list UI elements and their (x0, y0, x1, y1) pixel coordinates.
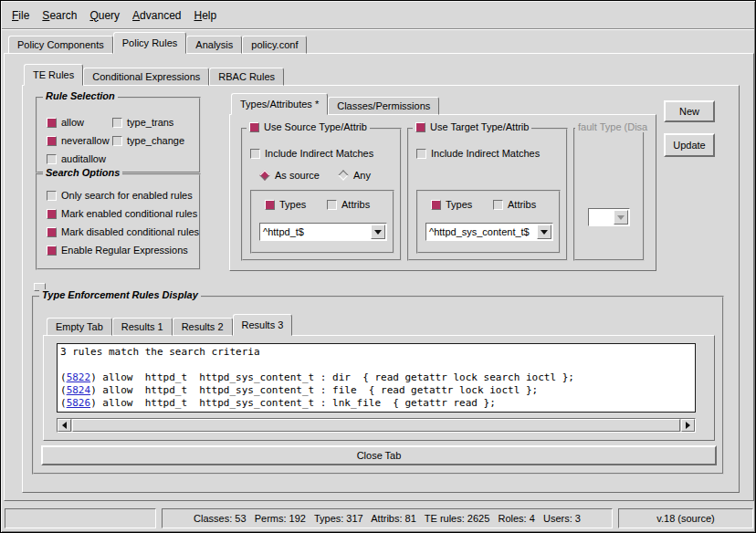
source-types-attribs-frame: Types Attribs ^httpd_t$ (250, 190, 394, 254)
checkbox-auditallow[interactable]: auditallow (47, 152, 106, 166)
rule-selection-title: Rule Selection (43, 90, 118, 101)
use-target-type-checkbox[interactable]: Use Target Type/Attrib (413, 121, 531, 132)
rule-link-5824[interactable]: 5824 (67, 384, 91, 396)
menu-query[interactable]: Query (83, 6, 126, 25)
tab-empty[interactable]: Empty Tab (47, 318, 112, 336)
menu-query-rest: uery (99, 9, 120, 22)
checkbox-neverallow[interactable]: neverallow (47, 133, 110, 148)
update-button[interactable]: Update (664, 133, 715, 157)
as-source-radio-indicator (259, 170, 269, 180)
scroll-right-button[interactable] (681, 419, 695, 432)
menu-help-rest: elp (202, 9, 216, 22)
menu-advanced-mnemonic: A (132, 9, 140, 22)
tab-te-rules[interactable]: TE Rules (24, 64, 83, 86)
scrollbar-thumb[interactable] (72, 419, 680, 432)
search-options-frame: Search Options Only search for enabled r… (36, 173, 201, 270)
checkbox-type-trans[interactable]: type_trans (112, 115, 173, 130)
radio-as-source[interactable]: As source (261, 168, 320, 183)
source-attribs-label: Attribs (341, 199, 370, 210)
type-trans-label: type_trans (127, 117, 173, 128)
rule-text-2: ) allow httpd_t httpd_sys_content_t : fi… (90, 384, 538, 396)
source-type-frame: Use Source Type/Attrib Include Indirect … (241, 128, 402, 261)
chevron-down-icon (617, 215, 625, 220)
default-type-title: fault Type (Disa (575, 121, 650, 132)
results-summary: 3 rules match the search criteria (60, 346, 692, 359)
results-text[interactable]: 3 rules match the search criteria (5822)… (57, 343, 696, 413)
arrow-right-icon (686, 422, 690, 429)
use-target-checkbox-indicator (415, 122, 425, 132)
source-attribs-checkbox-indicator (327, 200, 337, 210)
target-type-combobox-value[interactable]: ^httpd_sys_content_t$ (426, 226, 537, 237)
target-indirect-checkbox-indicator (416, 149, 426, 159)
checkbox-target-attribs[interactable]: Attribs (493, 197, 536, 212)
checkbox-source-types[interactable]: Types (265, 197, 306, 212)
tab-types-attributes[interactable]: Types/Attributes * (231, 93, 328, 115)
checkbox-mark-enabled-conditional[interactable]: Mark enabled conditional rules (47, 206, 197, 221)
chevron-down-icon (374, 230, 382, 235)
menu-file-rest: ile (18, 9, 29, 22)
menu-query-mnemonic: Q (89, 9, 98, 22)
menu-advanced-rest: dvanced (140, 9, 181, 22)
target-combo-dropdown-button[interactable] (537, 225, 551, 239)
source-type-combobox-value[interactable]: ^httpd_t$ (260, 226, 371, 237)
checkbox-source-attribs[interactable]: Attribs (327, 197, 370, 212)
checkbox-mark-disabled-conditional[interactable]: Mark disabled conditional rules (47, 225, 199, 239)
tab-results-1[interactable]: Results 1 (112, 318, 173, 336)
target-type-combobox: ^httpd_sys_content_t$ (425, 223, 553, 241)
menu-search[interactable]: Search (36, 6, 83, 25)
neverallow-checkbox-indicator (47, 136, 57, 146)
types-attributes-body: Use Source Type/Attrib Include Indirect … (229, 114, 656, 271)
tab-conditional-expressions[interactable]: Conditional Expressions (83, 68, 209, 86)
sub-notebook-body: Rule Selection allow type_trans neverall… (22, 85, 740, 493)
rule-link-5822[interactable]: 5822 (67, 371, 91, 383)
results-notebook-body: 3 rules match the search criteria (5822)… (43, 335, 715, 441)
tab-policy-rules[interactable]: Policy Rules (113, 32, 187, 54)
tab-analysis[interactable]: Analysis (186, 36, 242, 54)
menu-search-rest: earch (49, 9, 77, 22)
scroll-left-button[interactable] (58, 419, 71, 432)
rule-text-3: ) allow httpd_t httpd_sys_content_t : ln… (90, 397, 496, 409)
checkbox-source-indirect[interactable]: Include Indirect Matches (250, 146, 373, 161)
menu-advanced[interactable]: Advanced (126, 6, 187, 25)
type-trans-checkbox-indicator (112, 118, 122, 128)
default-type-frame: fault Type (Disa (573, 128, 645, 261)
menu-help[interactable]: Help (187, 6, 223, 25)
tab-classes-permissions[interactable]: Classes/Permissions (328, 97, 439, 115)
app-window: File Search Query Advanced Help Policy C… (0, 0, 756, 533)
status-panel-stats: Classes: 53 Perms: 192 Types: 317 Attrib… (162, 508, 613, 528)
radio-any[interactable]: Any (340, 168, 371, 183)
checkbox-enabled-rules-only[interactable]: Only search for enabled rules (47, 188, 193, 203)
target-attribs-checkbox-indicator (493, 200, 503, 210)
new-button[interactable]: New (664, 100, 715, 122)
checkbox-type-change[interactable]: type_change (112, 133, 184, 148)
as-source-label: As source (275, 170, 320, 181)
checkbox-allow[interactable]: allow (47, 115, 84, 130)
source-indirect-label: Include Indirect Matches (265, 148, 373, 159)
tab-policy-conf[interactable]: policy.conf (242, 36, 307, 54)
rule-link-5826[interactable]: 5826 (67, 397, 91, 409)
tab-results-2[interactable]: Results 2 (173, 318, 233, 336)
blank-line (60, 359, 692, 371)
use-source-label: Use Source Type/Attrib (264, 121, 367, 132)
checkbox-enable-regex[interactable]: Enable Regular Expressions (47, 243, 188, 257)
any-label: Any (353, 170, 371, 181)
tab-rbac-rules[interactable]: RBAC Rules (209, 68, 284, 86)
close-tab-button[interactable]: Close Tab (41, 445, 717, 465)
horizontal-scrollbar[interactable] (57, 418, 696, 433)
rule-prefix: ( (60, 397, 67, 409)
status-stats-text: Classes: 53 Perms: 192 Types: 317 Attrib… (194, 513, 581, 524)
main-tabs: Policy Components Policy Rules Analysis … (8, 32, 307, 54)
menu-separator (2, 28, 754, 30)
mark-disabled-conditional-checkbox-indicator (47, 227, 57, 237)
use-target-label: Use Target Type/Attrib (430, 121, 529, 132)
checkbox-target-indirect[interactable]: Include Indirect Matches (416, 146, 540, 161)
type-change-checkbox-indicator (112, 136, 122, 146)
allow-checkbox-indicator (47, 118, 57, 128)
rule-text-1: ) allow httpd_t httpd_sys_content_t : di… (90, 371, 574, 383)
source-combo-dropdown-button[interactable] (371, 225, 385, 239)
use-source-type-checkbox[interactable]: Use Source Type/Attrib (247, 121, 370, 132)
tab-policy-components[interactable]: Policy Components (8, 36, 113, 54)
tab-results-3[interactable]: Results 3 (233, 314, 293, 336)
checkbox-target-types[interactable]: Types (431, 197, 472, 212)
menu-file[interactable]: File (5, 6, 36, 25)
